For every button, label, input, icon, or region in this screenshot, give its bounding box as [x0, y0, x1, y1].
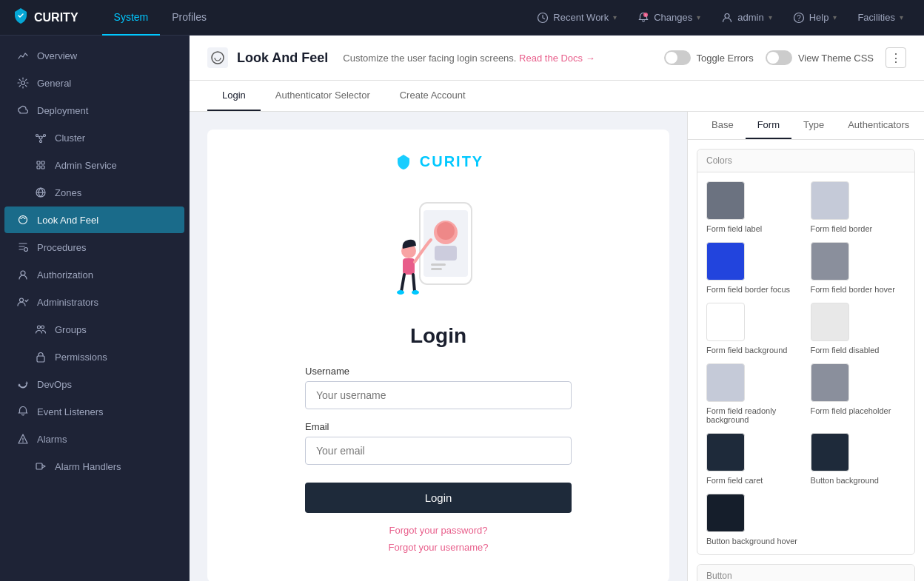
cloud-icon: [16, 104, 30, 117]
content-area: Look And Feel Customize the user facing …: [190, 36, 924, 581]
changes-btn[interactable]: 1 Changes ▾: [629, 0, 709, 36]
read-docs-link[interactable]: Read the Docs →: [519, 53, 595, 64]
sub-tab-type[interactable]: Type: [791, 112, 836, 139]
logo-text: CURITY: [34, 11, 78, 24]
chevron-icon: ▾: [769, 13, 772, 21]
sub-tabs: Base Form Type Authenticators CSS: [688, 112, 924, 140]
laf-header: Look And Feel Customize the user facing …: [190, 36, 924, 81]
color-form-field-disabled: Form field disabled: [811, 303, 906, 355]
forgot-username-link[interactable]: Forgot your username?: [305, 542, 572, 553]
logo[interactable]: CURITY: [12, 7, 78, 28]
svg-rect-14: [37, 161, 40, 164]
tab-create-account[interactable]: Create Account: [385, 81, 481, 111]
login-form: Username Email Login Forgot your passwor…: [305, 366, 572, 559]
color-form-field-background: Form field background: [706, 303, 802, 355]
sidebar-item-alarms[interactable]: Alarms: [4, 426, 184, 452]
svg-rect-41: [431, 268, 442, 270]
colors-section: Colors Form field label Form field borde…: [697, 149, 915, 555]
button-section-title: Button: [697, 565, 914, 581]
more-options-btn[interactable]: ⋮: [886, 47, 906, 68]
email-input[interactable]: [305, 437, 572, 465]
admin-btn[interactable]: admin ▾: [712, 0, 780, 36]
main-tabs: Login Authenticator Selector Create Acco…: [190, 81, 924, 112]
sidebar: Overview General Deployment Cluster Admi…: [0, 36, 190, 581]
view-theme-css-toggle[interactable]: [766, 50, 792, 65]
svg-rect-33: [207, 47, 228, 68]
tab-authenticator-selector[interactable]: Authenticator Selector: [261, 81, 385, 111]
color-swatch-form-field-disabled[interactable]: [811, 303, 849, 341]
view-theme-css-wrap: View Theme CSS: [766, 50, 874, 65]
sidebar-item-overview[interactable]: Overview: [4, 42, 184, 69]
sidebar-item-cluster[interactable]: Cluster: [4, 124, 184, 151]
color-form-field-placeholder: Form field placeholder: [811, 363, 906, 424]
sidebar-item-devops[interactable]: DevOps: [4, 371, 184, 397]
bell-icon: 1: [637, 12, 649, 24]
color-swatch-form-field-background[interactable]: [706, 303, 745, 341]
sidebar-item-administrators[interactable]: Administrators: [4, 289, 184, 315]
preview-login-title: Login: [410, 324, 466, 348]
color-swatch-form-field-label[interactable]: [706, 181, 745, 220]
color-swatch-form-field-border[interactable]: [811, 181, 849, 220]
sidebar-item-authorization[interactable]: Authorization: [4, 261, 184, 288]
username-input[interactable]: [305, 381, 572, 409]
sidebar-item-deployment[interactable]: Deployment: [4, 97, 184, 124]
sidebar-item-look-and-feel[interactable]: Look And Feel: [4, 206, 184, 233]
sub-tab-form[interactable]: Form: [746, 112, 791, 139]
sidebar-item-procedures[interactable]: Procedures: [4, 234, 184, 261]
color-swatch-form-field-caret[interactable]: [706, 433, 745, 471]
laf-header-icon: [207, 47, 228, 68]
svg-line-11: [38, 136, 39, 137]
admin-icon: [34, 158, 47, 172]
sidebar-item-general[interactable]: General: [4, 70, 184, 96]
svg-point-22: [22, 217, 24, 218]
color-swatch-form-field-placeholder[interactable]: [811, 363, 849, 402]
sidebar-item-zones[interactable]: Zones: [4, 179, 184, 206]
svg-point-27: [38, 326, 41, 329]
svg-point-25: [21, 271, 25, 275]
svg-point-28: [41, 326, 44, 329]
color-swatch-form-field-border-focus[interactable]: [706, 242, 745, 281]
recent-work-btn[interactable]: Recent Work ▾: [528, 0, 626, 36]
logo-icon: [12, 7, 30, 28]
tab-login[interactable]: Login: [207, 81, 261, 111]
sub-tab-authenticators[interactable]: Authenticators: [836, 112, 921, 139]
sidebar-item-groups[interactable]: Groups: [4, 316, 184, 343]
toggle-errors[interactable]: [664, 50, 691, 65]
color-swatch-form-field-border-hover[interactable]: [811, 242, 849, 281]
svg-rect-43: [403, 258, 415, 275]
sidebar-item-permissions[interactable]: Permissions: [4, 343, 184, 370]
color-swatch-button-background-hover[interactable]: [706, 494, 745, 532]
button-section: Button Padding X 1rem: [697, 564, 915, 581]
sidebar-item-alarm-handlers[interactable]: Alarm Handlers: [4, 453, 184, 480]
facilities-btn[interactable]: Facilities ▾: [848, 0, 912, 36]
laf-right-controls: Toggle Errors View Theme CSS ⋮: [664, 47, 906, 68]
email-label: Email: [305, 421, 572, 432]
sub-tab-base[interactable]: Base: [700, 112, 746, 139]
help-icon: ?: [793, 12, 805, 24]
nav-profiles[interactable]: Profiles: [160, 0, 218, 36]
sub-tab-css[interactable]: CSS: [921, 112, 924, 139]
svg-point-38: [437, 222, 455, 240]
user-icon: [721, 12, 733, 24]
svg-line-12: [42, 136, 44, 137]
main-layout: Overview General Deployment Cluster Admi…: [0, 36, 924, 581]
forgot-password-link[interactable]: Forgot your password?: [305, 525, 572, 536]
login-illustration: [379, 188, 498, 306]
chevron-icon: ▾: [613, 13, 617, 21]
nav-system[interactable]: System: [102, 0, 161, 36]
top-nav-right: Recent Work ▾ 1 Changes ▾ admin ▾ ? Help…: [528, 0, 912, 36]
svg-point-26: [20, 298, 24, 302]
help-btn[interactable]: ? Help ▾: [784, 0, 846, 36]
svg-point-3: [725, 13, 729, 18]
color-form-field-border-hover: Form field border hover: [811, 242, 906, 294]
color-swatch-form-field-readonly[interactable]: [706, 363, 745, 402]
color-button-background: Button background: [811, 433, 906, 485]
username-group: Username: [305, 366, 572, 409]
color-swatch-button-background[interactable]: [811, 433, 849, 471]
sidebar-item-event-listeners[interactable]: Event Listeners: [4, 398, 184, 425]
svg-point-24: [24, 248, 28, 252]
color-form-field-label: Form field label: [706, 181, 802, 233]
sidebar-item-admin-service[interactable]: Admin Service: [4, 152, 184, 178]
login-button[interactable]: Login: [305, 483, 572, 513]
email-group: Email: [305, 421, 572, 465]
